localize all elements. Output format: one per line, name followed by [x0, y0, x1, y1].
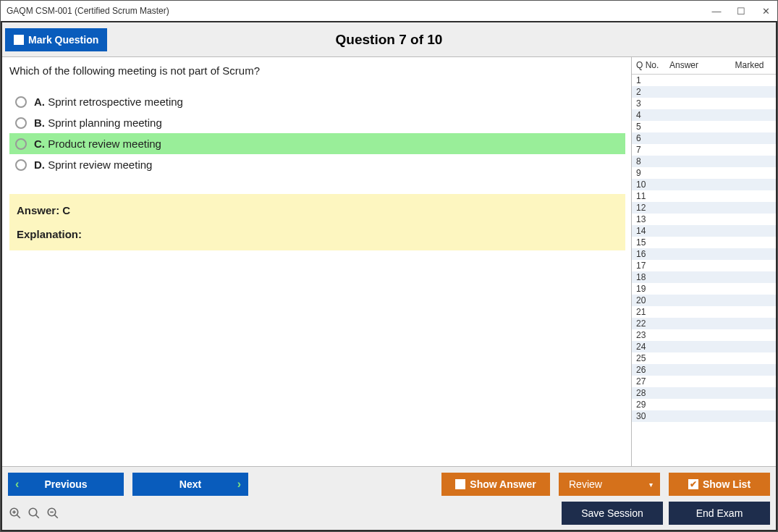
checkbox-icon [455, 479, 465, 489]
end-exam-label: End Exam [696, 507, 743, 519]
next-label: Next [179, 478, 201, 490]
question-list-row[interactable]: 24 [632, 341, 776, 352]
previous-label: Previous [44, 478, 87, 490]
question-list-row[interactable]: 19 [632, 283, 776, 295]
caret-down-icon: ▾ [649, 481, 653, 489]
question-list-row[interactable]: 4 [632, 109, 776, 121]
previous-button[interactable]: ‹ Previous [8, 473, 124, 496]
checkbox-checked-icon: ✔ [688, 479, 698, 489]
radio-icon [15, 96, 27, 108]
question-list-row[interactable]: 12 [632, 202, 776, 214]
review-label: Review [569, 478, 602, 490]
zoom-out-icon[interactable] [46, 506, 60, 520]
question-list-row[interactable]: 7 [632, 144, 776, 156]
answer-option[interactable]: B. Sprint planning meeting [9, 112, 625, 133]
options-list: A. Sprint retrospective meetingB. Sprint… [9, 91, 625, 175]
answer-option[interactable]: D. Sprint review meeting [9, 154, 625, 175]
question-list-row[interactable]: 20 [632, 295, 776, 306]
question-list-row[interactable]: 27 [632, 376, 776, 387]
zoom-controls [8, 506, 60, 520]
question-list-row[interactable]: 30 [632, 410, 776, 422]
question-list-panel: Q No. Answer Marked 12345678910111213141… [631, 57, 776, 466]
question-list-row[interactable]: 6 [632, 132, 776, 144]
close-icon[interactable]: ✕ [760, 6, 771, 17]
svg-line-5 [35, 515, 39, 518]
question-list-row[interactable]: 2 [632, 86, 776, 98]
question-area: Which of the following meeting is not pa… [2, 57, 631, 466]
question-list-row[interactable]: 25 [632, 352, 776, 364]
question-list-row[interactable]: 28 [632, 387, 776, 399]
column-answer: Answer [665, 57, 723, 74]
window-title: GAQM CSM-001 (Certified Scrum Master) [7, 6, 169, 16]
question-list-row[interactable]: 26 [632, 364, 776, 376]
show-answer-label: Show Answer [470, 478, 536, 490]
question-list-row[interactable]: 22 [632, 318, 776, 329]
question-list-row[interactable]: 3 [632, 98, 776, 109]
question-list-row[interactable]: 5 [632, 121, 776, 132]
review-dropdown[interactable]: Review ▾ [559, 473, 660, 496]
question-list-row[interactable]: 1 [632, 75, 776, 86]
svg-line-7 [54, 515, 58, 518]
question-list-row[interactable]: 21 [632, 306, 776, 318]
zoom-in-icon[interactable] [27, 506, 41, 520]
save-session-button[interactable]: Save Session [562, 502, 663, 525]
window-controls: — ☐ ✕ [711, 6, 771, 17]
show-list-button[interactable]: ✔ Show List [669, 473, 770, 496]
option-text: C. Product review meeting [34, 138, 161, 150]
mark-question-label: Mark Question [28, 34, 98, 46]
answer-option[interactable]: C. Product review meeting [9, 133, 625, 154]
maximize-icon[interactable]: ☐ [735, 6, 747, 17]
question-list-row[interactable]: 23 [632, 329, 776, 341]
zoom-reset-icon[interactable] [8, 506, 22, 520]
top-toolbar: Mark Question Question 7 of 10 [2, 22, 776, 57]
column-qno: Q No. [632, 57, 665, 74]
question-list-body[interactable]: 1234567891011121314151617181920212223242… [632, 75, 776, 466]
chevron-left-icon: ‹ [15, 478, 19, 490]
answer-label: Answer: C [17, 204, 618, 216]
option-text: A. Sprint retrospective meeting [34, 96, 183, 108]
question-list-row[interactable]: 15 [632, 237, 776, 248]
question-list-row[interactable]: 14 [632, 225, 776, 237]
chevron-right-icon: › [237, 478, 241, 490]
radio-icon [15, 117, 27, 129]
bottom-toolbar: ‹ Previous Next › Show Answer Review ▾ [2, 466, 776, 530]
show-answer-button[interactable]: Show Answer [441, 473, 550, 496]
save-session-label: Save Session [581, 507, 643, 519]
answer-block: Answer: C Explanation: [9, 194, 625, 250]
question-list-row[interactable]: 16 [632, 248, 776, 260]
question-list-row[interactable]: 10 [632, 179, 776, 190]
svg-line-1 [17, 515, 20, 518]
app-window: GAQM CSM-001 (Certified Scrum Master) — … [0, 0, 778, 532]
column-marked: Marked [723, 57, 776, 74]
question-list-row[interactable]: 8 [632, 156, 776, 167]
question-list-row[interactable]: 29 [632, 399, 776, 410]
svg-point-4 [29, 508, 37, 516]
answer-option[interactable]: A. Sprint retrospective meeting [9, 91, 625, 112]
question-list-row[interactable]: 11 [632, 190, 776, 202]
question-counter: Question 7 of 10 [336, 32, 443, 48]
explanation-label: Explanation: [17, 228, 618, 240]
option-text: D. Sprint review meeting [34, 159, 152, 171]
end-exam-button[interactable]: End Exam [669, 502, 770, 525]
mark-question-button[interactable]: Mark Question [5, 28, 107, 51]
question-list-row[interactable]: 13 [632, 214, 776, 225]
question-list-row[interactable]: 17 [632, 260, 776, 271]
next-button[interactable]: Next › [132, 473, 248, 496]
checkbox-icon [14, 35, 24, 45]
app-body: Mark Question Question 7 of 10 Which of … [1, 21, 777, 531]
bottom-row-secondary: Save Session End Exam [8, 502, 770, 525]
bottom-row-primary: ‹ Previous Next › Show Answer Review ▾ [8, 473, 770, 496]
radio-icon [15, 159, 27, 171]
question-list-row[interactable]: 18 [632, 271, 776, 283]
question-list-row[interactable]: 9 [632, 167, 776, 179]
title-bar: GAQM CSM-001 (Certified Scrum Master) — … [1, 1, 777, 21]
minimize-icon[interactable]: — [711, 6, 722, 17]
show-list-label: Show List [703, 478, 750, 490]
middle-row: Which of the following meeting is not pa… [2, 57, 776, 466]
question-list-header: Q No. Answer Marked [632, 57, 776, 75]
option-text: B. Sprint planning meeting [34, 117, 162, 129]
question-prompt: Which of the following meeting is not pa… [9, 64, 625, 77]
radio-icon [15, 138, 27, 150]
